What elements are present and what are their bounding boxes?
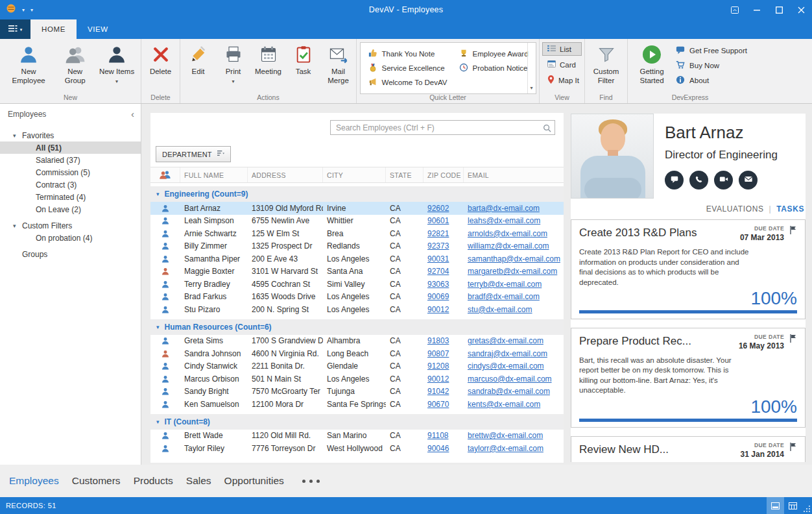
grid-group-row[interactable]: ▾IT (Count=8) <box>150 414 564 430</box>
employee-row[interactable]: Sandy Bright7570 McGroarty TerTujungaCA9… <box>150 386 564 398</box>
minimize-button[interactable] <box>746 0 768 19</box>
nav-sales[interactable]: Sales <box>186 475 211 487</box>
qat-customize-caret-icon[interactable]: ▾ <box>30 7 33 13</box>
zip-link[interactable]: 90012 <box>427 305 449 314</box>
column-header-email[interactable]: EMAIL <box>464 167 564 182</box>
meeting-button[interactable]: Meeting <box>251 41 286 78</box>
nav-products[interactable]: Products <box>134 475 173 487</box>
employee-row[interactable]: Greta Sims1700 S Grandview Dr.AlhambraCA… <box>150 335 564 348</box>
email-link[interactable]: arnolds@dx-email.com <box>468 229 547 238</box>
grid-view-toggle-button[interactable] <box>784 497 802 514</box>
view-list-button[interactable]: List <box>542 42 582 56</box>
zip-link[interactable]: 91108 <box>427 431 448 440</box>
map-it-button[interactable]: Map It <box>542 73 582 87</box>
zip-link[interactable]: 92373 <box>427 241 449 251</box>
sidebar-item-salaried[interactable]: Salaried (37) <box>0 154 141 166</box>
resize-grip[interactable] <box>802 497 812 514</box>
zip-link[interactable]: 93063 <box>427 280 449 289</box>
employee-row[interactable]: Ken Samuelson12100 Mora DrSanta Fe Sprin… <box>150 398 564 411</box>
zip-link[interactable]: 90670 <box>427 400 449 409</box>
sidebar-item-favorites[interactable]: ▾Favorites <box>0 129 141 141</box>
zip-link[interactable]: 90807 <box>427 349 449 358</box>
employee-row[interactable]: Stu Pizaro200 N. Spring StLos AngelesCA9… <box>150 303 564 316</box>
zip-link[interactable]: 92704 <box>427 267 449 276</box>
sidebar-item-on-leave[interactable]: On Leave (2) <box>0 203 141 215</box>
about-button[interactable]: About <box>676 73 747 87</box>
zip-link[interactable]: 91208 <box>427 361 449 371</box>
zip-link[interactable]: 91803 <box>427 336 449 345</box>
email-link[interactable]: sandrab@dx-email.com <box>468 387 550 396</box>
column-header-icon[interactable] <box>150 167 180 182</box>
zip-link[interactable]: 90031 <box>427 254 449 263</box>
quick-letter-employee-award[interactable]: Employee Award <box>455 47 527 61</box>
sidebar-collapse-button[interactable]: ‹ <box>131 109 134 119</box>
email-link[interactable]: margaretb@dx-email.com <box>468 267 557 276</box>
tab-home[interactable]: HOME <box>30 19 77 39</box>
app-icon[interactable] <box>6 3 16 16</box>
employee-row[interactable]: Sandra Johnson4600 N Virginia Rd.Long Be… <box>150 347 564 360</box>
mail-merge-button[interactable]: Mail Merge <box>321 41 356 87</box>
employee-row[interactable]: Taylor Riley7776 Torreyson DrWest Hollyw… <box>150 442 564 455</box>
email-link[interactable]: stu@dx-email.com <box>468 305 532 314</box>
new-items-button[interactable]: New Items ▾ <box>95 41 138 87</box>
employee-row[interactable]: Brad Farkus1635 Woods DriveLos AngelesCA… <box>150 291 564 304</box>
email-button[interactable] <box>739 171 758 190</box>
employee-row[interactable]: Cindy Stanwick2211 Bonita Dr.GlendaleCA9… <box>150 360 564 373</box>
nav-overflow-button[interactable] <box>302 480 320 483</box>
new-employee-button[interactable]: New Employee <box>3 41 54 87</box>
quick-letter-thank-you-note[interactable]: Thank You Note <box>364 47 451 61</box>
tab-view[interactable]: VIEW <box>77 19 119 39</box>
task-button[interactable]: Task <box>286 41 321 78</box>
email-link[interactable]: sandraj@dx-email.com <box>468 349 547 358</box>
email-link[interactable]: taylorr@dx-email.com <box>468 444 543 453</box>
column-header-city[interactable]: CITY <box>323 167 386 182</box>
sidebar-item-all[interactable]: All (51) <box>0 141 141 154</box>
email-link[interactable]: gretas@dx-email.com <box>468 336 543 345</box>
task-card[interactable]: Create 2013 R&D Plans DUE DATE 07 Mar 20… <box>571 219 806 319</box>
employee-row[interactable]: Marcus Orbison501 N Main StLos AngelesCA… <box>150 373 564 386</box>
buy-now-button[interactable]: Buy Now <box>676 58 747 72</box>
edit-button[interactable]: Edit <box>181 41 216 78</box>
message-button[interactable] <box>665 171 684 190</box>
close-button[interactable] <box>790 0 812 19</box>
call-button[interactable] <box>689 171 708 190</box>
group-by-department-chip[interactable]: DEPARTMENT <box>156 146 231 162</box>
zip-link[interactable]: 90601 <box>427 216 449 225</box>
app-menu-button[interactable]: ▾ <box>0 19 30 39</box>
email-link[interactable]: williamz@dx-email.com <box>468 241 549 251</box>
employee-row[interactable]: Terry Bradley4595 Cochran StSimi ValleyC… <box>150 278 564 291</box>
zip-link[interactable]: 90046 <box>427 444 449 453</box>
ribbon-display-options-button[interactable] <box>724 0 746 19</box>
maximize-button[interactable] <box>768 0 790 19</box>
search-icon[interactable] <box>543 123 551 135</box>
tab-tasks[interactable]: TASKS <box>776 204 804 214</box>
column-header-full-name[interactable]: FULL NAME <box>180 167 248 182</box>
email-link[interactable]: leahs@dx-email.com <box>468 216 540 225</box>
zip-link[interactable]: 92602 <box>427 204 449 213</box>
get-free-support-button[interactable]: Get Free Support <box>676 43 747 57</box>
employee-row[interactable]: Samantha Piper200 E Ave 43Los AngelesCA9… <box>150 252 564 265</box>
employee-row[interactable]: Leah Simpson6755 Newlin AveWhittierCA906… <box>150 215 564 228</box>
task-card[interactable]: Review New HD... DUE DATE 31 Jan 2014 Ba… <box>571 436 806 462</box>
search-input[interactable] <box>330 120 555 135</box>
email-link[interactable]: marcuso@dx-email.com <box>468 374 552 384</box>
employee-row[interactable]: Brett Wade1120 Old Mill Rd.San MarinoCA9… <box>150 430 564 443</box>
employee-row[interactable]: Bart Arnaz13109 Old Myford RdIrvineCA926… <box>150 202 564 215</box>
email-link[interactable]: samanthap@dx-email.com <box>468 254 560 263</box>
column-header-zip-code[interactable]: ZIP CODE <box>424 167 464 182</box>
email-link[interactable]: brettw@dx-email.com <box>468 431 543 440</box>
print-button[interactable]: Print ▾ <box>216 41 251 86</box>
employee-row[interactable]: Arnie Schwartz125 W Elm StBreaCA92821arn… <box>150 227 564 240</box>
sidebar-item-on-probation[interactable]: On probation (4) <box>0 232 141 244</box>
sidebar-item-commission[interactable]: Commission (5) <box>0 166 141 178</box>
email-link[interactable]: cindys@dx-email.com <box>468 361 544 371</box>
video-call-button[interactable] <box>714 171 733 190</box>
delete-button[interactable]: Delete <box>143 41 178 78</box>
sidebar-item-custom-filters[interactable]: ▾Custom Filters <box>0 219 141 232</box>
column-header-state[interactable]: STATE <box>386 167 424 182</box>
zip-link[interactable]: 90012 <box>427 374 449 384</box>
new-group-button[interactable]: New Group <box>54 41 95 87</box>
gallery-dropdown-button[interactable]: ▾ <box>527 43 536 93</box>
layout-toggle-button[interactable] <box>767 497 784 514</box>
grid-group-row[interactable]: ▾Human Resources (Count=6) <box>150 319 564 335</box>
